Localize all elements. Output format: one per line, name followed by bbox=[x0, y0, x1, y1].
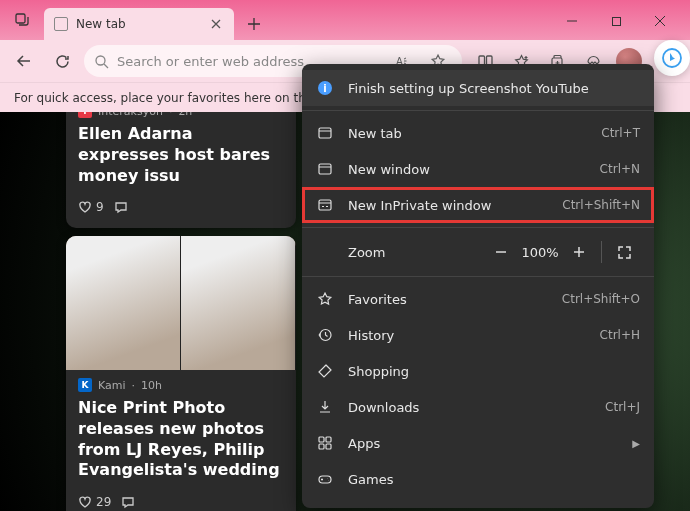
info-icon: i bbox=[316, 79, 334, 97]
menu-favorites[interactable]: Favorites Ctrl+Shift+O bbox=[302, 281, 654, 317]
menu-downloads[interactable]: Downloads Ctrl+J bbox=[302, 389, 654, 425]
tab-favicon bbox=[54, 17, 68, 31]
svg-point-2 bbox=[96, 56, 105, 65]
svg-rect-21 bbox=[319, 476, 331, 483]
menu-shopping[interactable]: Shopping bbox=[302, 353, 654, 389]
svg-rect-19 bbox=[319, 444, 324, 449]
news-card[interactable]: I Interaksyon · 2h Ellen Adarna expresse… bbox=[66, 112, 296, 228]
svg-rect-20 bbox=[326, 444, 331, 449]
extensions-icon bbox=[316, 506, 334, 508]
menu-new-window[interactable]: New window Ctrl+N bbox=[302, 151, 654, 187]
card-source: Kami bbox=[98, 379, 126, 392]
menu-games[interactable]: Games bbox=[302, 461, 654, 497]
source-badge: K bbox=[78, 378, 92, 392]
star-icon bbox=[316, 290, 334, 308]
back-button[interactable] bbox=[8, 45, 40, 77]
search-icon bbox=[94, 54, 109, 69]
card-title: Nice Print Photo releases new photos fro… bbox=[66, 396, 296, 489]
menu-history[interactable]: History Ctrl+H bbox=[302, 317, 654, 353]
svg-rect-1 bbox=[612, 17, 620, 25]
card-age: 10h bbox=[141, 379, 162, 392]
chevron-right-icon: ▶ bbox=[632, 438, 640, 449]
browser-tab[interactable]: New tab bbox=[44, 8, 234, 40]
like-button[interactable]: 29 bbox=[78, 495, 111, 509]
source-badge: I bbox=[78, 112, 92, 118]
card-title: Ellen Adarna expresses host bares money … bbox=[66, 122, 296, 194]
window-controls bbox=[550, 6, 682, 40]
settings-menu: i Finish setting up Screenshot YouTube N… bbox=[302, 64, 654, 508]
comment-icon[interactable] bbox=[114, 200, 128, 214]
comment-icon[interactable] bbox=[121, 495, 135, 509]
history-icon bbox=[316, 326, 334, 344]
svg-rect-15 bbox=[319, 200, 331, 210]
download-icon bbox=[316, 398, 334, 416]
card-age: 2h bbox=[178, 112, 192, 118]
refresh-button[interactable] bbox=[46, 45, 78, 77]
bing-sidebar-button[interactable] bbox=[654, 40, 690, 76]
menu-apps[interactable]: Apps ▶ bbox=[302, 425, 654, 461]
menu-zoom: Zoom 100% bbox=[302, 232, 654, 272]
close-tab-icon[interactable] bbox=[208, 16, 224, 32]
close-window-button[interactable] bbox=[638, 6, 682, 36]
maximize-button[interactable] bbox=[594, 6, 638, 36]
tab-actions-button[interactable] bbox=[8, 6, 36, 34]
zoom-value: 100% bbox=[517, 245, 563, 260]
shopping-icon bbox=[316, 362, 334, 380]
svg-rect-14 bbox=[319, 164, 331, 174]
svg-rect-18 bbox=[326, 437, 331, 442]
card-image bbox=[66, 236, 296, 370]
svg-rect-13 bbox=[319, 128, 331, 138]
news-card[interactable]: K Kami · 10h Nice Print Photo releases n… bbox=[66, 236, 296, 511]
svg-text:i: i bbox=[323, 83, 326, 94]
zoom-in-button[interactable] bbox=[563, 236, 595, 268]
menu-notice[interactable]: i Finish setting up Screenshot YouTube bbox=[302, 70, 654, 106]
like-button[interactable]: 9 bbox=[78, 200, 104, 214]
fullscreen-button[interactable] bbox=[608, 236, 640, 268]
menu-new-inprivate[interactable]: New InPrivate window Ctrl+Shift+N bbox=[302, 187, 654, 223]
minimize-button[interactable] bbox=[550, 6, 594, 36]
svg-rect-0 bbox=[16, 14, 25, 23]
new-window-icon bbox=[316, 160, 334, 178]
tab-title: New tab bbox=[76, 17, 126, 31]
apps-icon bbox=[316, 434, 334, 452]
titlebar: New tab bbox=[0, 0, 690, 40]
new-tab-icon bbox=[316, 124, 334, 142]
zoom-out-button[interactable] bbox=[485, 236, 517, 268]
menu-new-tab[interactable]: New tab Ctrl+T bbox=[302, 115, 654, 151]
menu-extensions[interactable]: Extensions bbox=[302, 497, 654, 508]
address-placeholder: Search or enter web address bbox=[117, 54, 304, 69]
inprivate-icon bbox=[316, 196, 334, 214]
card-source: Interaksyon bbox=[98, 112, 163, 118]
new-tab-button[interactable] bbox=[238, 8, 270, 40]
games-icon bbox=[316, 470, 334, 488]
svg-rect-17 bbox=[319, 437, 324, 442]
